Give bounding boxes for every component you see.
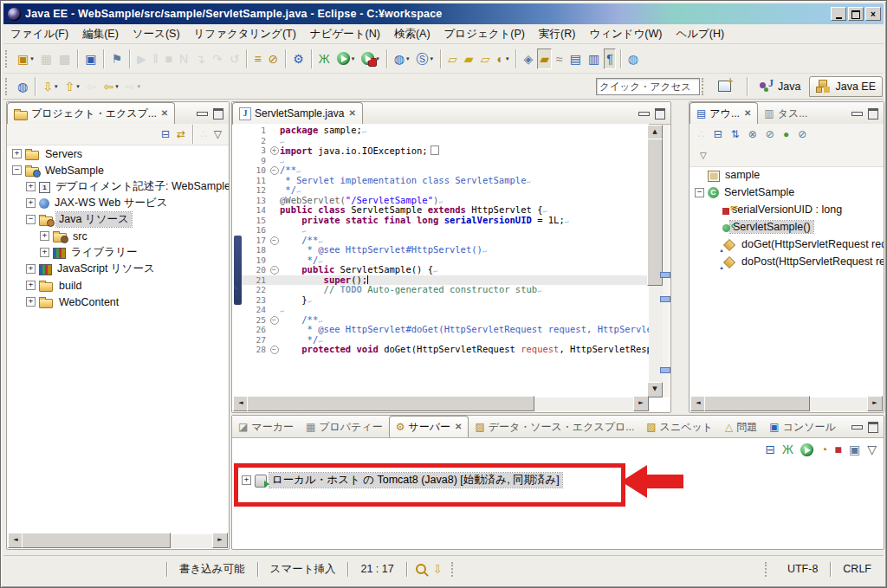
tab-markers[interactable]: ◪マーカー xyxy=(232,417,300,437)
close-icon[interactable]: ✕ xyxy=(744,109,751,118)
servers-publish-server-button[interactable]: ▣ xyxy=(846,439,863,460)
main-toolbar-resume-button[interactable]: ▶ xyxy=(134,48,149,69)
line-delimiter-status[interactable]: CRLF xyxy=(831,563,884,575)
toolbar-grip[interactable] xyxy=(702,78,707,95)
main-toolbar-show-annotations-button[interactable]: ◈ xyxy=(521,48,535,69)
occurrence-mark[interactable] xyxy=(660,296,670,302)
tab-outline[interactable]: ▤ アウ... ✕ xyxy=(690,102,758,124)
main-toolbar-use-step-filters-button[interactable]: ≡ xyxy=(251,48,263,69)
overview-ruler[interactable] xyxy=(663,125,670,397)
main-toolbar-step-return-button[interactable]: ↺ xyxy=(227,48,243,69)
tab-data-source-explorer[interactable]: ▨データ・ソース・エクスプロ... xyxy=(469,417,640,437)
outline-sort-button[interactable]: ⇅ xyxy=(728,124,742,145)
menu-search[interactable]: 検索(A) xyxy=(387,25,437,43)
main-toolbar-import-war-button[interactable]: ▱ xyxy=(478,48,493,69)
encoding-status[interactable]: UTF-8 xyxy=(775,563,830,575)
close-button[interactable]: × xyxy=(865,7,881,21)
tab-properties[interactable]: ▦プロパティー xyxy=(300,417,389,437)
occurrence-mark[interactable] xyxy=(660,272,670,278)
main-toolbar-build-settings-button[interactable]: ⚙ xyxy=(290,48,307,69)
tab-problems[interactable]: △問題 xyxy=(719,417,763,437)
tab-task-list[interactable]: ▥ タス... xyxy=(758,103,813,124)
main-toolbar-synchronize-class-button[interactable]: ▤ xyxy=(567,48,584,69)
code-line[interactable]: 3import java.io.IOException; xyxy=(242,145,649,156)
main-toolbar-debug-button[interactable]: Ж xyxy=(316,48,333,69)
main-toolbar-coverage-button[interactable]: ▾ xyxy=(359,48,382,69)
main-toolbar-save-all-button[interactable]: ▩ xyxy=(56,48,73,69)
project-explorer-view-menu-button[interactable]: ▽ xyxy=(211,124,224,145)
outline-hide-static-members-button[interactable]: ⊘ xyxy=(763,124,777,145)
outline-tree-item-method-dopost[interactable]: ▲doPost(HttpServletRequest request, Http… xyxy=(690,253,884,270)
outline-view-menu-button[interactable]: ▽ xyxy=(697,145,709,166)
minimize-view-icon[interactable] xyxy=(851,112,863,116)
tab-snippets[interactable]: ▧スニペット xyxy=(640,417,719,437)
main-toolbar-web-browser-button[interactable]: ◍ xyxy=(625,48,641,69)
scroll-right-button[interactable]: ► xyxy=(212,533,228,548)
main-toolbar-show-source-button[interactable]: ▥ xyxy=(586,48,602,69)
main-toolbar-new-wizard-button[interactable]: ▣▾ xyxy=(15,48,36,69)
code-editor[interactable]: 1package sample;↵2↵3import java.io.IOExc… xyxy=(233,124,649,397)
fold-marker[interactable] xyxy=(269,265,280,275)
expand-icon[interactable]: + xyxy=(26,198,36,208)
project-tree-item-src[interactable]: +src xyxy=(7,228,229,244)
outline-hide-non-public-button[interactable]: ● xyxy=(780,124,792,145)
h-scrollbar-thumb[interactable] xyxy=(22,533,171,548)
main-toolbar-export-war-button[interactable]: ▰ xyxy=(462,48,476,69)
project-explorer-collapse-all-button[interactable]: ⊟ xyxy=(159,124,172,145)
fold-marker[interactable] xyxy=(269,315,280,326)
code-line[interactable]: 2↵ xyxy=(242,136,649,146)
servers-stop-server-button[interactable]: ■ xyxy=(832,439,845,460)
menu-edit[interactable]: 編集(E) xyxy=(75,25,126,43)
v-scrollbar-thumb[interactable] xyxy=(647,139,663,286)
h-scrollbar-thumb[interactable] xyxy=(704,396,810,411)
main-toolbar-terminate-button[interactable]: ■ xyxy=(163,48,175,69)
menu-window[interactable]: ウィンドウ(W) xyxy=(582,25,669,43)
close-icon[interactable]: ✕ xyxy=(455,423,462,431)
servers-debug-server-button[interactable]: Ж xyxy=(780,439,796,460)
perspective-javaee-button[interactable]: Java EE xyxy=(809,76,883,97)
expand-icon[interactable]: + xyxy=(26,297,36,307)
project-tree-item-jaxws-web-services[interactable]: +JAX-WS Web サービス xyxy=(7,195,229,211)
menu-file[interactable]: ファイル(F) xyxy=(3,25,75,43)
tab-console[interactable]: ▣コンソール xyxy=(763,417,841,437)
expand-icon[interactable]: + xyxy=(12,149,22,158)
main-toolbar-save-button[interactable]: ▦ xyxy=(38,48,55,69)
minimize-view-icon[interactable] xyxy=(197,112,208,116)
quick-access-input[interactable] xyxy=(596,78,700,95)
main-toolbar-suspend-button[interactable]: ‖ xyxy=(151,48,161,69)
toolbar-grip[interactable] xyxy=(5,78,10,95)
minimize-view-icon[interactable] xyxy=(638,112,650,116)
code-line[interactable]: 11 * Servlet implementation class Servle… xyxy=(242,176,649,186)
project-tree-item-deployment-descriptor[interactable]: +1デプロイメント記述子: WebSample xyxy=(7,178,229,195)
expand-icon[interactable]: − xyxy=(12,165,22,175)
maximize-view-icon[interactable] xyxy=(868,422,878,433)
menu-refactoring[interactable]: リファクタリング(T) xyxy=(187,25,303,43)
outline-hide-fields-button[interactable]: ⊗ xyxy=(746,124,760,145)
project-tree-item-webcontent[interactable]: +WebContent xyxy=(7,294,229,310)
main-toolbar-skip-all-breakpoints-button[interactable]: ⊘ xyxy=(266,48,282,69)
nav-toolbar-back-button[interactable]: ⇦▾ xyxy=(100,76,120,97)
project-tree-item-servers[interactable]: +Servers xyxy=(7,145,229,162)
main-toolbar-new-web-service-button[interactable]: ◍▾ xyxy=(392,48,412,69)
outline-hide-local-types-button[interactable]: ⊘ xyxy=(795,124,809,145)
download-arrow-icon[interactable]: ⇩ xyxy=(433,563,443,576)
perspective-java-button[interactable]: Java xyxy=(752,76,807,97)
maximize-view-icon[interactable] xyxy=(213,108,223,120)
minimize-view-icon[interactable] xyxy=(851,425,863,430)
main-toolbar-pin-editor-button[interactable]: ⚑ xyxy=(108,48,125,69)
fold-marker[interactable] xyxy=(269,345,280,355)
nav-toolbar-run-jaxws-button[interactable]: ◍ xyxy=(15,76,30,97)
expand-icon[interactable]: + xyxy=(26,281,36,290)
outline-tree-item-constructor-servletsample[interactable]: ServletSample() xyxy=(690,218,884,236)
outline-tree-item-field-serialversionuid[interactable]: serialVersionUID : long xyxy=(690,201,884,218)
maximize-button[interactable] xyxy=(848,7,864,21)
fold-marker[interactable] xyxy=(269,236,280,246)
project-tree-item-javascript-resources[interactable]: +JavaScript リソース xyxy=(7,261,229,277)
servers-view-menu-button[interactable]: ▽ xyxy=(864,439,879,460)
tab-project-explorer[interactable]: プロジェクト・エクスプ... ✕ xyxy=(7,102,175,124)
expand-icon[interactable]: − xyxy=(695,188,704,197)
main-toolbar-step-into-button[interactable]: ↴ xyxy=(192,48,208,69)
outline-tree-item-package-sample[interactable]: sample xyxy=(690,166,884,184)
code-line[interactable]: 28 protected void doGet(HttpServletReque… xyxy=(242,345,649,355)
outline-tree-item-class-servletsample[interactable]: −CServletSample xyxy=(690,184,884,201)
